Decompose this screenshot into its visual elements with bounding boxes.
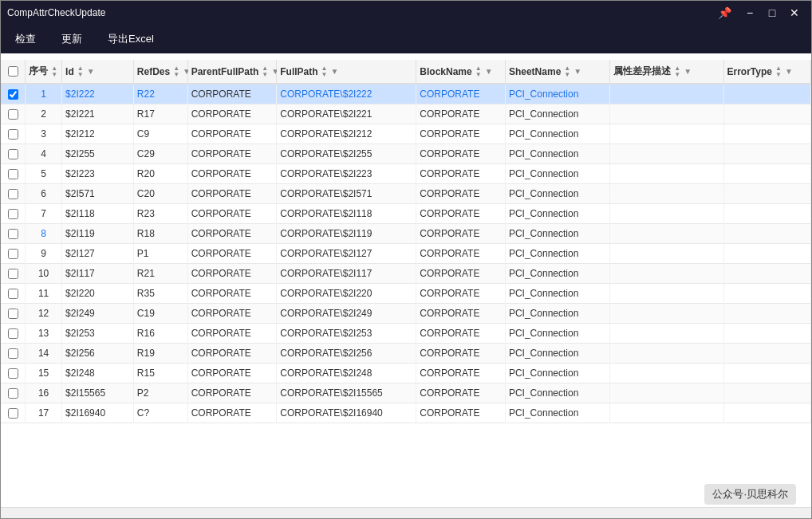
row-checkbox-cell[interactable]: [1, 224, 26, 244]
filter-icon-block[interactable]: ▼: [485, 67, 493, 76]
sort-icon-refdes[interactable]: ▲▼: [173, 65, 179, 78]
row-checkbox[interactable]: [8, 408, 18, 419]
header-seq[interactable]: 序号 ▲▼: [26, 60, 62, 84]
row-checkbox-cell[interactable]: [1, 124, 26, 144]
row-checkbox-cell[interactable]: [1, 104, 26, 124]
row-checkbox-cell[interactable]: [1, 184, 26, 204]
header-attr[interactable]: 属性差异描述 ▲▼ ▼: [610, 60, 723, 84]
sort-icon-id[interactable]: ▲▼: [77, 65, 84, 78]
cell-error: [723, 324, 811, 344]
table-row[interactable]: 10$2I117R21CORPORATECORPORATE\$2I117CORP…: [1, 264, 811, 284]
table-row[interactable]: 4$2I255C29CORPORATECORPORATE\$2I255CORPO…: [1, 144, 811, 164]
table-row[interactable]: 7$2I118R23CORPORATECORPORATE\$2I118CORPO…: [1, 204, 811, 224]
row-checkbox[interactable]: [8, 189, 18, 199]
cell-seq: 14: [26, 344, 62, 364]
row-checkbox[interactable]: [8, 328, 18, 339]
table-row[interactable]: 1$2I222R22CORPORATECORPORATE\$2I222CORPO…: [1, 84, 811, 104]
pin-button[interactable]: 📌: [715, 4, 733, 22]
sort-icon-seq[interactable]: ▲▼: [51, 65, 57, 78]
table-row[interactable]: 12$2I249C19CORPORATECORPORATE\$2I249CORP…: [1, 304, 811, 324]
row-checkbox[interactable]: [8, 89, 18, 100]
row-checkbox-cell[interactable]: [1, 403, 26, 423]
table-row[interactable]: 15$2I248R15CORPORATECORPORATE\$2I248CORP…: [1, 364, 811, 383]
row-checkbox[interactable]: [8, 109, 18, 120]
row-checkbox-cell[interactable]: [1, 344, 26, 364]
row-checkbox[interactable]: [8, 269, 18, 279]
minimize-button[interactable]: −: [739, 4, 760, 22]
row-checkbox[interactable]: [8, 309, 18, 319]
row-checkbox[interactable]: [8, 129, 18, 140]
header-checkbox[interactable]: [1, 60, 26, 84]
table-row[interactable]: 6$2I571C20CORPORATECORPORATE\$2I571CORPO…: [1, 184, 811, 204]
cell-parent: CORPORATE: [187, 344, 277, 364]
cell-attr: [610, 324, 723, 344]
cell-attr: [610, 364, 723, 383]
select-all-checkbox[interactable]: [8, 66, 18, 77]
header-fullpath[interactable]: FullPath ▲▼ ▼: [277, 60, 416, 84]
filter-icon-attr[interactable]: ▼: [684, 67, 692, 76]
table-row[interactable]: 3$2I212C9CORPORATECORPORATE\$2I212CORPOR…: [1, 124, 811, 144]
row-checkbox[interactable]: [8, 209, 18, 219]
cell-attr: [610, 344, 723, 364]
menu-item-check[interactable]: 检查: [10, 29, 41, 49]
row-checkbox-cell[interactable]: [1, 164, 26, 184]
sort-icon-attr[interactable]: ▲▼: [674, 65, 680, 78]
filter-icon-id[interactable]: ▼: [87, 67, 95, 76]
row-checkbox-cell[interactable]: [1, 84, 26, 104]
table-row[interactable]: 11$2I220R35CORPORATECORPORATE\$2I220CORP…: [1, 284, 811, 304]
table-row[interactable]: 16$2I15565P2CORPORATECORPORATE\$2I15565C…: [1, 383, 811, 403]
row-checkbox-cell[interactable]: [1, 304, 26, 324]
header-error[interactable]: ErrorType ▲▼ ▼: [723, 60, 811, 84]
sort-icon-error[interactable]: ▲▼: [775, 65, 782, 78]
row-checkbox-cell[interactable]: [1, 364, 26, 383]
row-checkbox-cell[interactable]: [1, 324, 26, 344]
filter-icon-sheet[interactable]: ▼: [574, 67, 581, 76]
horizontal-scrollbar[interactable]: [1, 507, 811, 518]
row-checkbox[interactable]: [8, 149, 18, 159]
table-row[interactable]: 8$2I119R18CORPORATECORPORATE\$2I119CORPO…: [1, 224, 811, 244]
row-checkbox-cell[interactable]: [1, 383, 26, 403]
row-checkbox-cell[interactable]: [1, 264, 26, 284]
table-row[interactable]: 13$2I253R16CORPORATECORPORATE\$2I253CORP…: [1, 324, 811, 344]
row-checkbox[interactable]: [8, 169, 18, 179]
menu-item-update[interactable]: 更新: [57, 29, 87, 49]
cell-sheet: PCI_Connection: [505, 244, 609, 264]
cell-sheet: PCI_Connection: [505, 104, 609, 124]
row-checkbox[interactable]: [8, 388, 18, 399]
cell-attr: [610, 383, 723, 403]
cell-seq: 10: [26, 264, 62, 284]
sort-icon-fullpath[interactable]: ▲▼: [321, 65, 328, 78]
cell-refdes: R18: [133, 224, 187, 244]
table-row[interactable]: 14$2I256R19CORPORATECORPORATE\$2I256CORP…: [1, 344, 811, 364]
filter-icon-fullpath[interactable]: ▼: [331, 67, 339, 76]
sort-icon-parent[interactable]: ▲▼: [262, 65, 268, 78]
table-row[interactable]: 9$2I127P1CORPORATECORPORATE\$2I127CORPOR…: [1, 244, 811, 264]
row-checkbox-cell[interactable]: [1, 244, 26, 264]
close-button[interactable]: ✕: [784, 4, 805, 22]
table-row[interactable]: 5$2I223R20CORPORATECORPORATE\$2I223CORPO…: [1, 164, 811, 184]
row-checkbox-cell[interactable]: [1, 284, 26, 304]
filter-icon-error[interactable]: ▼: [785, 67, 793, 76]
row-checkbox[interactable]: [8, 368, 18, 379]
cell-parent: CORPORATE: [187, 204, 277, 224]
row-checkbox-cell[interactable]: [1, 144, 26, 164]
table-row[interactable]: 2$2I221R17CORPORATECORPORATE\$2I221CORPO…: [1, 104, 811, 124]
header-parent[interactable]: ParentFullPath ▲▼ ▼: [187, 60, 277, 84]
title-bar: CompAttrCheckUpdate 📌 − □ ✕: [1, 1, 811, 25]
header-id[interactable]: Id ▲▼ ▼: [62, 60, 134, 84]
sort-icon-block[interactable]: ▲▼: [475, 65, 482, 78]
header-block[interactable]: BlockName ▲▼ ▼: [416, 60, 506, 84]
table-row[interactable]: 17$2I16940C?CORPORATECORPORATE\$2I16940C…: [1, 403, 811, 423]
cell-attr: [610, 84, 723, 104]
menu-item-export[interactable]: 导出Excel: [103, 29, 159, 49]
maximize-button[interactable]: □: [762, 4, 782, 22]
row-checkbox[interactable]: [8, 229, 18, 239]
row-checkbox[interactable]: [8, 348, 18, 359]
header-sheet[interactable]: SheetName ▲▼ ▼: [505, 60, 609, 84]
row-checkbox[interactable]: [8, 289, 18, 299]
sort-icon-sheet[interactable]: ▲▼: [564, 65, 570, 78]
header-refdes[interactable]: RefDes ▲▼ ▼: [133, 60, 187, 84]
table-container[interactable]: 序号 ▲▼ Id ▲▼ ▼ RefDes: [1, 60, 811, 507]
row-checkbox[interactable]: [8, 249, 18, 259]
row-checkbox-cell[interactable]: [1, 204, 26, 224]
